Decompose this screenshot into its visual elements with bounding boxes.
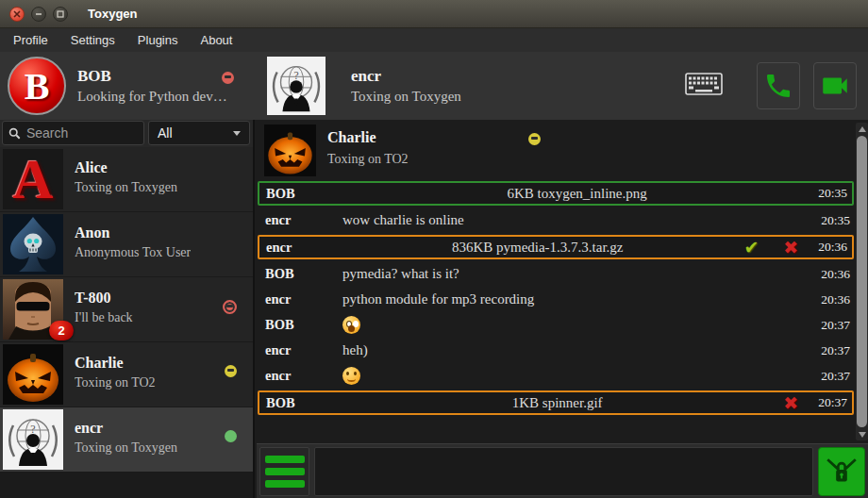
contact-name: Alice xyxy=(75,159,177,176)
contact-name: T-800 xyxy=(75,290,133,307)
contact-list-item[interactable]: ? Charlie Toxing on TO2 xyxy=(0,342,253,407)
typing-notification-button[interactable] xyxy=(685,73,723,100)
contact-status-icon xyxy=(223,300,237,314)
menu-bar: Profile Settings Plugins About xyxy=(0,28,868,52)
message-row: encr wow charlie is online 20:35 xyxy=(257,208,855,233)
chat-menu-button[interactable] xyxy=(259,447,309,496)
message-time: 20:35 xyxy=(821,213,850,228)
smiley-smile-icon xyxy=(342,367,360,385)
message-author: encr xyxy=(265,291,342,307)
minimize-button[interactable] xyxy=(31,7,46,22)
menu-plugins[interactable]: Plugins xyxy=(126,30,190,50)
active-chat-header: ? encr Toxing on Toxygen xyxy=(255,52,868,120)
contact-list-item[interactable]: ? Anon Anonymous Tox User xyxy=(0,212,253,277)
chat-scrollbar[interactable] xyxy=(856,123,868,440)
search-row: All xyxy=(0,120,253,147)
search-box[interactable] xyxy=(2,121,144,145)
contact-filter-dropdown[interactable]: All xyxy=(148,121,250,145)
cancel-file-icon[interactable]: ✖ xyxy=(783,239,798,257)
letter-avatar: A xyxy=(3,149,63,209)
message-row: encr heh) 20:37 xyxy=(257,338,855,363)
chat-area: Charlie Toxing on TO2 BOB 6KB toxygen_in… xyxy=(257,120,868,498)
contact-status-icon xyxy=(225,430,237,442)
contact-avatar: A xyxy=(3,149,63,209)
message-text: pymedia? what is it? xyxy=(342,266,813,282)
close-icon xyxy=(13,10,21,18)
scrollbar-thumb[interactable] xyxy=(857,136,867,427)
file-transfer-row: BOB 6KB toxygen_inline.png ✔ ✖ 20:35 xyxy=(258,181,854,206)
maximize-button[interactable] xyxy=(53,7,68,22)
contact-sidebar: All A xyxy=(0,120,255,498)
message-input[interactable] xyxy=(314,447,813,496)
message-text: python module for mp3 recording xyxy=(342,291,813,307)
menu-about[interactable]: About xyxy=(189,30,243,50)
pumpkin-avatar-icon xyxy=(3,344,63,405)
chat-peer-row: Charlie Toxing on TO2 xyxy=(257,123,855,177)
contact-avatar: ? xyxy=(3,344,63,405)
chevron-down-icon xyxy=(233,131,241,136)
message-author: encr xyxy=(265,212,342,228)
compose-bar xyxy=(257,443,868,498)
hamburger-icon xyxy=(265,456,305,463)
message-time: 20:36 xyxy=(818,240,847,255)
message-author: encr xyxy=(265,368,342,384)
message-author: encr xyxy=(265,342,342,358)
message-author: BOB xyxy=(266,186,343,202)
chat-peer-avatar xyxy=(264,124,316,176)
message-time: 20:36 xyxy=(821,267,850,282)
self-avatar: B xyxy=(8,57,66,115)
minimize-icon xyxy=(35,10,42,18)
message-time: 20:35 xyxy=(818,186,847,201)
contact-status-message: Toxing on TO2 xyxy=(75,375,156,390)
audio-call-button[interactable] xyxy=(757,62,800,109)
chat-peer-status-message: Toxing on TO2 xyxy=(327,152,409,167)
message-time: 20:37 xyxy=(818,395,847,410)
accept-file-icon[interactable]: ✔ xyxy=(743,239,759,257)
menu-profile[interactable]: Profile xyxy=(2,30,59,50)
contact-list-item[interactable]: ? encr Toxing on Toxygen xyxy=(0,407,253,473)
message-text: heh) xyxy=(342,342,813,358)
self-name: BOB xyxy=(77,67,227,86)
video-camera-icon xyxy=(819,70,851,102)
pumpkin-avatar-icon xyxy=(264,124,316,176)
close-button[interactable] xyxy=(9,7,25,22)
self-profile[interactable]: B BOB Looking for Python dev… xyxy=(0,52,255,120)
active-chat-name: encr xyxy=(351,67,461,86)
contact-status-message: Toxing on Toxygen xyxy=(75,440,177,456)
titlebar[interactable]: Toxygen xyxy=(0,0,868,28)
message-row: BOB pymedia? what is it? 20:36 xyxy=(257,261,855,287)
message-row: encr python module for mp3 recording 20:… xyxy=(257,287,855,312)
contact-name: Anon xyxy=(75,224,191,241)
svg-text:?: ? xyxy=(30,423,35,436)
contact-status-icon xyxy=(225,365,237,377)
active-chat-avatar: ? xyxy=(267,57,326,115)
scroll-down-arrow[interactable] xyxy=(856,428,868,440)
contact-list-item[interactable]: ? T-800 I'll be back 2 xyxy=(0,277,253,342)
message-row: BOB 20:37 xyxy=(257,312,855,338)
video-call-button[interactable] xyxy=(813,62,857,109)
self-busy-status-icon xyxy=(222,72,234,84)
scroll-up-arrow[interactable] xyxy=(856,123,868,135)
cancel-file-icon[interactable]: ✖ xyxy=(783,394,798,412)
message-time: 20:36 xyxy=(821,292,850,307)
smiley-scared-icon xyxy=(342,316,360,334)
contact-status-message: I'll be back xyxy=(75,310,133,325)
message-row: encr 20:37 xyxy=(257,363,855,389)
send-button[interactable] xyxy=(818,447,865,496)
file-transfer-row: BOB 1KB spinner.gif ✔ ✖ 20:37 xyxy=(258,390,854,415)
contact-avatar: ? xyxy=(3,214,63,274)
search-input[interactable] xyxy=(26,125,138,141)
message-time: 20:37 xyxy=(821,369,850,384)
contact-list-item[interactable]: A xyxy=(0,147,253,212)
phone-icon xyxy=(763,71,793,101)
message-author: encr xyxy=(266,240,343,256)
unread-count-badge: 2 xyxy=(49,321,74,340)
search-icon xyxy=(8,126,21,141)
message-list: BOB 6KB toxygen_inline.png ✔ ✖ 20:35 enc… xyxy=(257,181,855,415)
message-history: Charlie Toxing on TO2 BOB 6KB toxygen_in… xyxy=(257,120,855,443)
message-author: BOB xyxy=(265,266,342,282)
menu-settings[interactable]: Settings xyxy=(59,30,126,50)
toxygen-window: Toxygen Profile Settings Plugins About B… xyxy=(0,0,868,498)
file-transfer-label: 836KB pymedia-1.3.7.3.tar.gz xyxy=(343,240,731,256)
contact-list: A xyxy=(0,147,253,473)
